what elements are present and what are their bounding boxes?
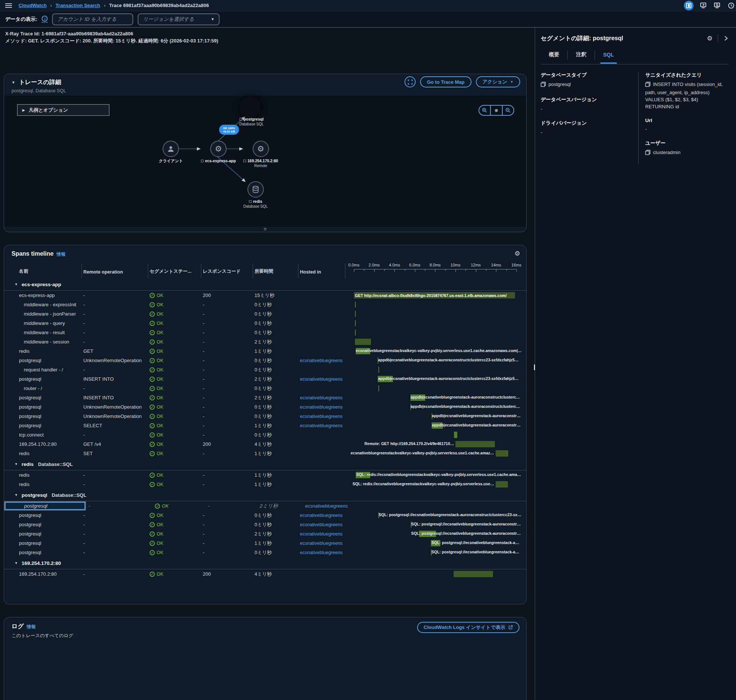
segment-settings-gear-icon[interactable]: ⚙ xyxy=(707,35,712,43)
chevron-right-icon[interactable] xyxy=(723,36,729,41)
hosted-in-link[interactable]: ecsnativebluegreens xyxy=(300,395,343,400)
info-icon[interactable]: i xyxy=(42,16,48,23)
map-resize-handle[interactable]: = xyxy=(264,227,267,231)
span-row[interactable]: postgresql-✓OK-0ミリ秒ecsnativebluegreensSQ… xyxy=(4,510,526,520)
span-row[interactable]: tcp.connect-✓OK-0ミリ秒 xyxy=(4,430,526,440)
span-row[interactable]: middleware - query-✓OK-0ミリ秒 xyxy=(4,319,526,328)
span-row[interactable]: middleware - jsonParser-✓OK-0ミリ秒 xyxy=(4,309,526,319)
span-row[interactable]: redis-✓OK-1ミリ秒SQL: redis://ecsnativeblue… xyxy=(4,480,526,489)
node-checkbox[interactable] xyxy=(249,200,251,203)
legend-options-button[interactable]: ▶ 凡例とオプション xyxy=(17,104,109,116)
status-ok: ✓OK xyxy=(150,513,201,518)
node-checkbox[interactable] xyxy=(201,160,204,162)
span-row[interactable]: middleware - expressInit-✓OK-0ミリ秒 xyxy=(4,300,526,309)
zoom-out-icon[interactable] xyxy=(503,106,514,115)
map-node-ecs-express-app[interactable]: ⚙ ecs-express-app xyxy=(201,141,236,163)
fullscreen-icon[interactable] xyxy=(404,76,416,87)
check-circle-icon: ✓ xyxy=(150,386,155,391)
collapse-icon[interactable]: ▼ xyxy=(12,80,15,84)
hosted-in-link[interactable]: ecsnativebluegreens xyxy=(300,404,343,410)
split-panel-icon[interactable] xyxy=(684,1,693,10)
hosted-in-link[interactable]: ecsnativebluegreens xyxy=(305,503,348,509)
hosted-in-link[interactable]: ecsnativebluegreens xyxy=(300,531,343,537)
span-group-header[interactable]: ▼postgresqlDatabase::SQL xyxy=(4,489,526,501)
copy-icon[interactable] xyxy=(645,81,651,89)
hosted-in-link[interactable]: ecsnativebluegreens xyxy=(300,414,343,419)
spans-settings-gear-icon[interactable]: ⚙ xyxy=(515,250,520,257)
hosted-in-link[interactable]: ecsnativebluegreens xyxy=(300,513,343,518)
timeline-label: appdb|ecsnativebluegreenstack-auroracons… xyxy=(378,357,519,362)
collapse-icon: ▼ xyxy=(15,561,18,565)
span-name: redis xyxy=(4,349,82,354)
span-status: ✓OK xyxy=(148,482,201,487)
logs-info-link[interactable]: 情報 xyxy=(27,624,36,630)
span-row[interactable]: postgresql-✓OK-1ミリ秒ecsnativebluegreensSQ… xyxy=(4,538,526,548)
hosted-in-link[interactable]: ecsnativebluegreens xyxy=(300,522,343,527)
cloudwatch-logs-insights-button[interactable]: CloudWatch Logs インサイトで表示 xyxy=(417,622,519,633)
map-node-postgresql[interactable]: postgresql Database SQL xyxy=(235,115,268,126)
span-row[interactable]: redis-✓OK-1ミリ秒SQL: redis://ecsnativeblue… xyxy=(4,471,526,480)
map-node-remote[interactable]: ⚙ 169.254.170.2:80 Remote xyxy=(243,141,278,168)
timeline-track: appdb|ecsnativebluegreenstack-auroracons… xyxy=(354,412,516,421)
screen-search-icon[interactable] xyxy=(714,3,721,9)
node-checkbox[interactable] xyxy=(243,160,246,162)
span-row[interactable]: postgresqlSELECT✓OK-1ミリ秒ecsnativebluegre… xyxy=(4,421,526,430)
span-row[interactable]: middleware - session-✓OK-2ミリ秒 xyxy=(4,337,526,347)
span-row[interactable]: router - /-✓OK-0ミリ秒 xyxy=(4,384,526,393)
span-response-code: - xyxy=(201,432,253,438)
span-row[interactable]: request handler - /-✓OK-0ミリ秒 xyxy=(4,365,526,374)
copy-icon[interactable] xyxy=(541,81,546,89)
tab-sql[interactable]: SQL xyxy=(595,52,622,63)
span-group-header[interactable]: ▼ecs-express-app xyxy=(4,278,526,291)
hosted-in-link[interactable]: ecsnativebluegreens xyxy=(300,423,343,428)
span-row[interactable]: postgresqlINSERT INTO✓OK-2ミリ秒ecsnativebl… xyxy=(4,374,526,384)
check-circle-icon: ✓ xyxy=(150,349,155,354)
tab-注釈[interactable]: 注釈 xyxy=(568,51,595,63)
span-row[interactable]: postgresqlUnknownRemoteOperation✓OK-0ミリ秒… xyxy=(4,356,526,365)
span-row[interactable]: redisGET✓OK-1ミリ秒ecsnativebluegreenstackv… xyxy=(4,347,526,356)
actions-dropdown-button[interactable]: アクション ▼ xyxy=(476,76,520,87)
edge-status-badge[interactable]: OK 100% <0.01 t/分 xyxy=(219,125,239,135)
span-status: ✓OK xyxy=(148,541,201,546)
breadcrumb-transaction-search[interactable]: Transaction Search xyxy=(56,3,100,8)
spans-info-link[interactable]: 情報 xyxy=(57,251,66,257)
map-node-redis[interactable]: redis Database SQL xyxy=(243,181,268,209)
copy-icon[interactable] xyxy=(645,150,651,157)
column-header: Hosted in xyxy=(298,263,345,278)
span-group-header[interactable]: ▼redisDatabase::SQL xyxy=(4,458,526,471)
go-to-trace-map-button[interactable]: Go to Trace Map xyxy=(420,76,471,87)
span-row[interactable]: postgresqlUnknownRemoteOperation✓OK-0ミリ秒… xyxy=(4,412,526,421)
span-row[interactable]: postgresql-✓OK-2ミリ秒ecsnativebluegreensSQ… xyxy=(4,529,526,538)
span-row[interactable]: postgresql-✓OK-0ミリ秒ecsnativebluegreensSQ… xyxy=(4,548,526,557)
breadcrumb-cloudwatch[interactable]: CloudWatch xyxy=(19,3,47,8)
hosted-in-link[interactable]: ecsnativebluegreens xyxy=(300,358,343,363)
status-text: OK xyxy=(157,293,163,298)
hosted-in-link[interactable]: ecsnativebluegreens xyxy=(300,550,343,555)
span-row[interactable]: postgresql-✓OK-2ミリ秒ecsnativebluegreensSQ… xyxy=(4,501,86,510)
span-row[interactable]: redisSET✓OK-1ミリ秒ecsnativebluegreenstackv… xyxy=(4,449,526,458)
span-row[interactable]: 169.254.170.2:80GET /v4✓OK2004ミリ秒Remote:… xyxy=(4,440,526,449)
region-select[interactable]: リージョンを選択する ▼ xyxy=(138,13,220,25)
hosted-in-link[interactable]: ecsnativebluegreens xyxy=(300,376,343,382)
clock-icon[interactable] xyxy=(728,2,735,9)
span-row[interactable]: postgresqlINSERT INTO✓OK-2ミリ秒ecsnativebl… xyxy=(4,393,526,402)
screen-share-icon[interactable] xyxy=(700,3,707,9)
span-group-header[interactable]: ▼169.254.170.2:80 xyxy=(4,557,526,569)
span-row[interactable]: postgresqlUnknownRemoteOperation✓OK-0ミリ秒… xyxy=(4,402,526,412)
status-text: OK xyxy=(157,423,163,428)
zoom-level-indicator[interactable] xyxy=(490,106,502,115)
span-row[interactable]: middleware - result-✓OK-0ミリ秒 xyxy=(4,328,526,337)
span-row[interactable]: postgresql-✓OK-0ミリ秒ecsnativebluegreensSQ… xyxy=(4,520,526,529)
panel-resize-handle[interactable] xyxy=(534,364,535,370)
map-node-client[interactable]: クライアント xyxy=(159,141,183,164)
span-row[interactable]: 169.254.170.2:80-✓OK2004ミリ秒 xyxy=(4,569,526,579)
menu-icon[interactable] xyxy=(5,3,12,8)
zoom-in-icon[interactable] xyxy=(479,106,490,115)
span-name: postgresql xyxy=(9,503,87,509)
hosted-in-link[interactable]: ecsnativebluegreens xyxy=(300,541,343,546)
account-id-input[interactable] xyxy=(52,13,133,25)
status-ok: ✓OK xyxy=(150,330,201,335)
node-checkbox[interactable] xyxy=(239,118,242,121)
tab-概要[interactable]: 概要 xyxy=(541,51,567,63)
span-row[interactable]: ecs-express-app-✓OK20015ミリ秒GET http://ec… xyxy=(4,291,526,300)
